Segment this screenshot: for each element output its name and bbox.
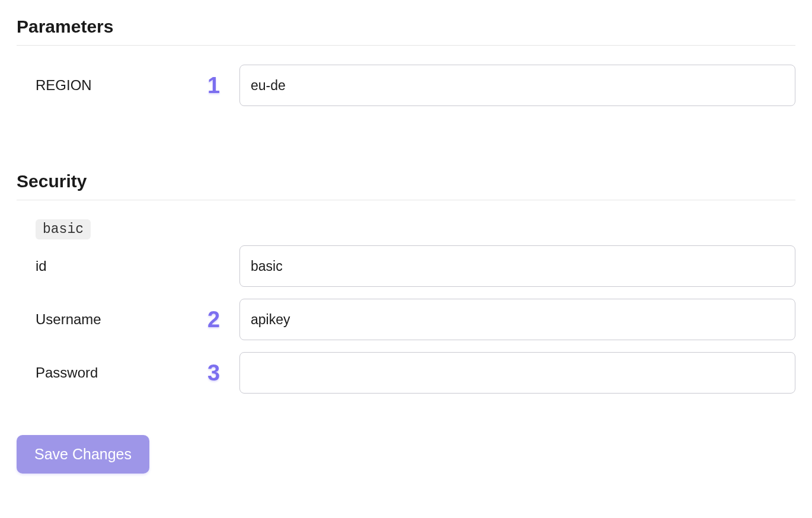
step-number-2: 2	[207, 307, 239, 332]
password-input[interactable]	[239, 352, 795, 394]
parameters-section-title: Parameters	[17, 17, 795, 46]
security-scheme-tag: basic	[36, 219, 91, 239]
id-input[interactable]	[239, 245, 795, 287]
save-changes-button[interactable]: Save Changes	[17, 435, 149, 474]
step-number-1: 1	[207, 73, 239, 98]
username-input[interactable]	[239, 299, 795, 340]
id-row: id	[17, 245, 795, 287]
security-tag-row: basic	[17, 219, 795, 239]
id-label: id	[36, 258, 207, 274]
region-input[interactable]	[239, 65, 795, 106]
region-row: REGION 1	[17, 65, 795, 106]
region-label: REGION	[36, 77, 207, 94]
username-row: Username 2	[17, 299, 795, 340]
security-section-title: Security	[17, 171, 795, 200]
password-row: Password 3	[17, 352, 795, 394]
step-number-3: 3	[207, 360, 239, 386]
username-label: Username	[36, 311, 207, 328]
password-label: Password	[36, 364, 207, 381]
